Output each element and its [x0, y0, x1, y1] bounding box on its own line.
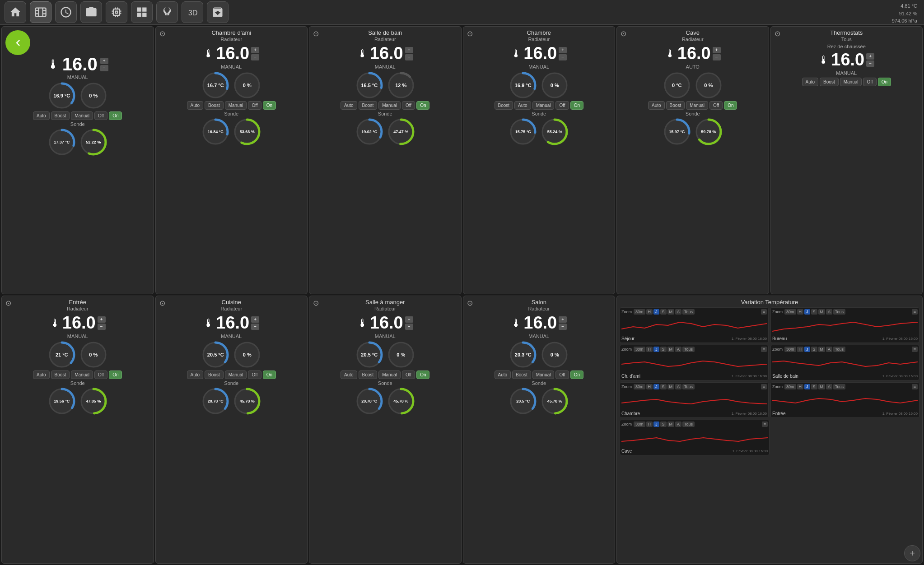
nav-box-button[interactable]	[207, 1, 229, 23]
chart-ctrl-h-bureau[interactable]: H	[797, 309, 804, 315]
btn-auto-9[interactable]: Auto	[341, 370, 357, 379]
btn-manual-1[interactable]: Manual	[71, 111, 93, 120]
temp-down-7[interactable]: −	[98, 324, 106, 330]
chart-ctrl-s-chami[interactable]: S	[660, 347, 667, 352]
btn-on-4[interactable]: On	[570, 101, 583, 110]
chart-menu-ent[interactable]: ≡	[912, 384, 918, 389]
chart-ctrl-h-sejour[interactable]: H	[646, 309, 653, 315]
chart-ctrl-h-cave[interactable]: H	[646, 421, 653, 427]
chart-ctrl-h-ent[interactable]: H	[797, 384, 804, 389]
temp-up-1[interactable]: +	[100, 58, 108, 64]
chart-ctrl-s-bureau[interactable]: S	[811, 309, 817, 315]
btn-boost-4[interactable]: Boost	[495, 101, 513, 110]
btn-boost-7[interactable]: Boost	[51, 370, 70, 379]
btn-manual-3[interactable]: Manual	[378, 101, 401, 110]
btn-auto-7[interactable]: Auto	[33, 370, 50, 379]
btn-auto-8[interactable]: Auto	[187, 370, 204, 379]
chart-ctrl-tous-ent[interactable]: Tous	[833, 384, 845, 389]
temp-down-8[interactable]: −	[251, 324, 259, 330]
temp-down-6[interactable]: −	[866, 60, 874, 67]
temp-up-2[interactable]: +	[251, 47, 259, 53]
chart-ctrl-s-sb[interactable]: S	[811, 347, 817, 352]
chart-ctrl-30m-chami[interactable]: 30m	[634, 347, 645, 352]
btn-auto-1[interactable]: Auto	[33, 111, 50, 120]
chart-menu-cave[interactable]: ≡	[762, 421, 768, 427]
btn-off-9[interactable]: Off	[402, 370, 415, 379]
btn-off-3[interactable]: Off	[402, 101, 415, 110]
chart-ctrl-30m-ent[interactable]: 30m	[784, 384, 796, 389]
temp-up-10[interactable]: +	[559, 316, 567, 323]
btn-off-1[interactable]: Off	[94, 111, 107, 120]
btn-auto-3[interactable]: Auto	[341, 101, 357, 110]
back-button[interactable]	[5, 30, 30, 55]
nav-network-button[interactable]	[106, 1, 127, 23]
btn-manual-2[interactable]: Manual	[225, 101, 247, 110]
btn-on-5[interactable]: On	[724, 101, 737, 110]
btn-auto-2[interactable]: Auto	[187, 101, 204, 110]
btn-boost-6[interactable]: Boost	[820, 78, 839, 86]
btn-boost-3[interactable]: Boost	[359, 101, 378, 110]
chart-ctrl-j-bureau[interactable]: J	[804, 309, 810, 315]
btn-auto-5[interactable]: Auto	[648, 101, 665, 110]
chart-ctrl-a-bureau[interactable]: A	[826, 309, 832, 315]
chart-ctrl-s-sejour[interactable]: S	[660, 309, 667, 315]
nav-bulb-button[interactable]	[156, 1, 178, 23]
temp-up-4[interactable]: +	[559, 47, 567, 53]
chart-ctrl-s-ent[interactable]: S	[811, 384, 817, 389]
nav-film-button[interactable]	[30, 1, 51, 23]
chart-ctrl-j-ch[interactable]: J	[653, 384, 659, 389]
btn-manual-8[interactable]: Manual	[225, 370, 247, 379]
chart-ctrl-a-ch[interactable]: A	[675, 384, 681, 389]
btn-on-1[interactable]: On	[109, 111, 122, 120]
nav-gauge-button[interactable]	[55, 1, 77, 23]
chart-ctrl-a-sejour[interactable]: A	[675, 309, 681, 315]
temp-up-7[interactable]: +	[98, 316, 106, 323]
temp-down-2[interactable]: −	[251, 54, 259, 60]
chart-ctrl-tous-sb[interactable]: Tous	[833, 347, 845, 352]
chart-ctrl-30m-ch[interactable]: 30m	[634, 384, 645, 389]
chart-ctrl-j-ent[interactable]: J	[804, 384, 810, 389]
chart-ctrl-tous-chami[interactable]: Tous	[682, 347, 695, 352]
temp-up-3[interactable]: +	[405, 47, 413, 53]
chart-ctrl-j-cave[interactable]: J	[653, 421, 659, 427]
btn-manual-9[interactable]: Manual	[378, 370, 401, 379]
chart-ctrl-h-chami[interactable]: H	[646, 347, 653, 352]
chart-ctrl-tous-ch[interactable]: Tous	[682, 384, 695, 389]
chart-ctrl-30m-sejour[interactable]: 30m	[634, 309, 645, 315]
btn-on-2[interactable]: On	[263, 101, 276, 110]
btn-boost-5[interactable]: Boost	[666, 101, 685, 110]
btn-auto-10[interactable]: Auto	[495, 370, 511, 379]
btn-boost-8[interactable]: Boost	[205, 370, 224, 379]
chart-ctrl-h-ch[interactable]: H	[646, 384, 653, 389]
temp-down-3[interactable]: −	[405, 54, 413, 60]
chart-ctrl-tous-bureau[interactable]: Tous	[833, 309, 845, 315]
btn-manual-10[interactable]: Manual	[532, 370, 555, 379]
btn-off-10[interactable]: Off	[555, 370, 569, 379]
chart-ctrl-s-cave[interactable]: S	[660, 421, 667, 427]
btn-on-10[interactable]: On	[570, 370, 583, 379]
btn-off-2[interactable]: Off	[248, 101, 261, 110]
btn-manual-6[interactable]: Manual	[840, 78, 862, 86]
btn-off-5[interactable]: Off	[709, 101, 723, 110]
btn-manual-4[interactable]: Manual	[532, 101, 555, 110]
btn-on-6[interactable]: On	[878, 78, 891, 86]
temp-down-9[interactable]: −	[405, 324, 413, 330]
temp-up-8[interactable]: +	[251, 316, 259, 323]
nav-grid-button[interactable]	[131, 1, 153, 23]
chart-ctrl-tous-cave[interactable]: Tous	[682, 421, 695, 427]
chart-menu-bureau[interactable]: ≡	[912, 309, 918, 315]
chart-menu-ch[interactable]: ≡	[761, 384, 767, 389]
btn-on-8[interactable]: On	[263, 370, 276, 379]
chart-ctrl-tous-sejour[interactable]: Tous	[682, 309, 695, 315]
btn-manual-5[interactable]: Manual	[686, 101, 708, 110]
btn-off-6[interactable]: Off	[863, 78, 876, 86]
chart-ctrl-m-ent[interactable]: M	[818, 384, 826, 389]
chart-ctrl-j-chami[interactable]: J	[653, 347, 659, 352]
chart-ctrl-a-chami[interactable]: A	[675, 347, 681, 352]
chart-ctrl-m-ch[interactable]: M	[667, 384, 675, 389]
temp-down-10[interactable]: −	[559, 324, 567, 330]
btn-on-7[interactable]: On	[109, 370, 122, 379]
chart-ctrl-a-sb[interactable]: A	[826, 347, 832, 352]
chart-ctrl-h-sb[interactable]: H	[797, 347, 804, 352]
nav-3d-button[interactable]: 3D	[182, 1, 203, 23]
